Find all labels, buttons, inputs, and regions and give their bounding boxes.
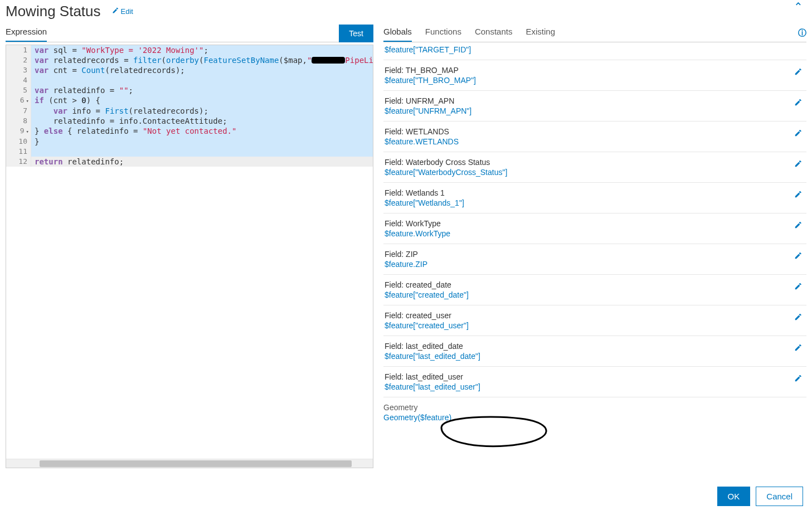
field-code[interactable]: $feature.WETLANDS xyxy=(385,137,805,146)
field-item[interactable]: Field: Waterbody Cross Status$feature["W… xyxy=(383,152,806,183)
insert-field-icon[interactable] xyxy=(794,191,802,201)
insert-field-icon[interactable] xyxy=(794,283,802,293)
ok-button[interactable]: OK xyxy=(717,487,751,506)
insert-field-icon[interactable] xyxy=(794,68,802,78)
field-code-truncated[interactable]: $feature["TARGET_FID"] xyxy=(383,45,806,60)
insert-field-icon[interactable] xyxy=(794,375,802,385)
tab-constants[interactable]: Constants xyxy=(475,27,513,42)
field-label: Field: TH_BRO_MAP xyxy=(385,66,805,75)
page-title: Mowing Status xyxy=(6,3,101,20)
pencil-icon xyxy=(112,7,119,16)
field-code[interactable]: $feature["created_date"] xyxy=(385,290,805,299)
field-label: Field: Waterbody Cross Status xyxy=(385,158,805,167)
field-label: Field: WETLANDS xyxy=(385,127,805,136)
tab-globals[interactable]: Globals xyxy=(383,27,412,42)
code-editor[interactable]: 1var sql = "WorkType = '2022 Mowing'"; 2… xyxy=(6,45,373,468)
tab-expression[interactable]: Expression xyxy=(6,27,47,42)
field-item[interactable]: Field: last_edited_date$feature["last_ed… xyxy=(383,336,806,367)
field-code[interactable]: $feature.ZIP xyxy=(385,260,805,269)
tab-existing[interactable]: Existing xyxy=(526,27,555,42)
field-code[interactable]: $feature["WaterbodyCross_Status"] xyxy=(385,168,805,177)
insert-field-icon[interactable] xyxy=(794,252,802,262)
field-label: Field: last_edited_user xyxy=(385,372,805,381)
field-item[interactable]: Field: created_user$feature["created_use… xyxy=(383,305,806,336)
geometry-expression[interactable]: Geometry($feature) xyxy=(383,413,806,422)
reference-panel: Globals Functions Constants Existing ⓘ $… xyxy=(383,22,806,468)
edit-label: Edit xyxy=(121,7,133,16)
field-label: Field: created_user xyxy=(385,311,805,320)
tab-functions[interactable]: Functions xyxy=(425,27,461,42)
field-code[interactable]: $feature["Wetlands_1"] xyxy=(385,198,805,207)
insert-field-icon[interactable] xyxy=(794,99,802,109)
field-code[interactable]: $feature["created_user"] xyxy=(385,321,805,330)
field-item[interactable]: Field: WorkType$feature.WorkType xyxy=(383,213,806,244)
field-code[interactable]: $feature.WorkType xyxy=(385,229,805,238)
editor-horizontal-scrollbar[interactable] xyxy=(6,459,373,468)
insert-field-icon[interactable] xyxy=(794,129,802,139)
insert-field-icon[interactable] xyxy=(794,313,802,323)
field-label: Field: Wetlands 1 xyxy=(385,188,805,197)
insert-field-icon[interactable] xyxy=(794,344,802,354)
field-label: Field: created_date xyxy=(385,280,805,289)
field-item[interactable]: Field: UNFRM_APN$feature["UNFRM_APN"] xyxy=(383,91,806,122)
close-icon[interactable]: ⌃ xyxy=(794,0,803,13)
cancel-button[interactable]: Cancel xyxy=(756,487,803,506)
field-code[interactable]: $feature["TH_BRO_MAP"] xyxy=(385,76,805,85)
field-item[interactable]: Field: WETLANDS$feature.WETLANDS xyxy=(383,122,806,152)
test-button[interactable]: Test xyxy=(339,25,373,42)
redacted-layer-name xyxy=(312,57,345,64)
field-label: Field: ZIP xyxy=(385,250,805,259)
info-icon[interactable]: ⓘ xyxy=(798,28,806,38)
field-item[interactable]: Field: created_date$feature["created_dat… xyxy=(383,275,806,305)
field-code[interactable]: $feature["last_edited_user"] xyxy=(385,382,805,391)
field-label: Field: last_edited_date xyxy=(385,342,805,351)
globals-field-list[interactable]: $feature["TARGET_FID"] Field: TH_BRO_MAP… xyxy=(383,45,806,468)
field-label: Field: WorkType xyxy=(385,219,805,228)
field-item[interactable]: Field: last_edited_user$feature["last_ed… xyxy=(383,367,806,397)
insert-field-icon[interactable] xyxy=(794,160,802,170)
field-code[interactable]: $feature["UNFRM_APN"] xyxy=(385,106,805,115)
edit-title-button[interactable]: Edit xyxy=(112,7,133,16)
expression-panel: Expression Test 1var sql = "WorkType = '… xyxy=(6,22,373,468)
insert-field-icon[interactable] xyxy=(794,221,802,231)
field-code[interactable]: $feature["last_edited_date"] xyxy=(385,352,805,361)
field-item[interactable]: Field: TH_BRO_MAP$feature["TH_BRO_MAP"] xyxy=(383,60,806,91)
field-label: Field: UNFRM_APN xyxy=(385,96,805,105)
field-item[interactable]: Field: Wetlands 1$feature["Wetlands_1"] xyxy=(383,183,806,213)
field-item[interactable]: Field: ZIP$feature.ZIP xyxy=(383,244,806,275)
geometry-header: Geometry xyxy=(383,403,806,412)
